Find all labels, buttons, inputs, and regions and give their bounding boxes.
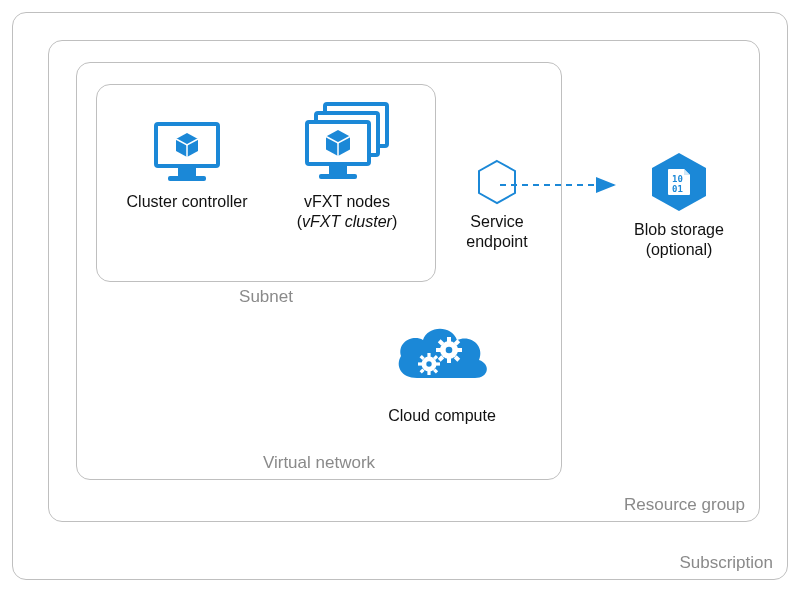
- label-vfxt-nodes: vFXT nodes (vFXT cluster): [272, 192, 422, 232]
- svg-rect-23: [447, 337, 451, 342]
- svg-rect-26: [457, 348, 462, 352]
- label-subnet: Subnet: [239, 287, 293, 307]
- svg-point-32: [426, 361, 431, 366]
- svg-text:10: 10: [672, 174, 683, 184]
- svg-rect-34: [427, 371, 430, 375]
- label-service-endpoint-line2: endpoint: [466, 233, 527, 250]
- svg-point-22: [446, 347, 453, 354]
- blob-storage-icon: 10 01: [646, 150, 712, 214]
- node-vfxt-nodes: vFXT nodes (vFXT cluster): [272, 100, 422, 232]
- label-service-endpoint-line1: Service: [470, 213, 523, 230]
- label-vfxt-nodes-line1: vFXT nodes: [304, 193, 390, 210]
- cloud-gears-icon: [387, 320, 497, 400]
- svg-rect-36: [436, 362, 440, 365]
- svg-rect-25: [436, 348, 441, 352]
- svg-rect-35: [418, 362, 422, 365]
- node-blob-storage: 10 01 Blob storage (optional): [614, 150, 744, 260]
- node-cluster-controller: Cluster controller: [112, 118, 262, 212]
- monitor-stack-cube-icon: [299, 100, 395, 186]
- label-vfxt-nodes-close-paren: ): [392, 213, 397, 230]
- label-cluster-controller: Cluster controller: [112, 192, 262, 212]
- label-service-endpoint: Service endpoint: [447, 212, 547, 252]
- svg-rect-2: [168, 176, 206, 181]
- arrow-service-to-blob: [496, 170, 626, 200]
- label-subscription: Subscription: [679, 553, 773, 573]
- svg-rect-24: [447, 358, 451, 363]
- label-virtual-network: Virtual network: [263, 453, 375, 473]
- svg-rect-1: [178, 168, 196, 176]
- label-blob-storage-line2: (optional): [646, 241, 713, 258]
- label-blob-storage: Blob storage (optional): [614, 220, 744, 260]
- svg-rect-9: [319, 174, 357, 179]
- node-cloud-compute: Cloud compute: [362, 320, 522, 426]
- label-resource-group: Resource group: [624, 495, 745, 515]
- svg-text:01: 01: [672, 184, 683, 194]
- svg-rect-8: [329, 166, 347, 174]
- svg-rect-33: [427, 353, 430, 357]
- label-vfxt-nodes-italic: vFXT cluster: [302, 213, 392, 230]
- label-cloud-compute: Cloud compute: [362, 406, 522, 426]
- monitor-cube-icon: [150, 118, 224, 186]
- label-blob-storage-line1: Blob storage: [634, 221, 724, 238]
